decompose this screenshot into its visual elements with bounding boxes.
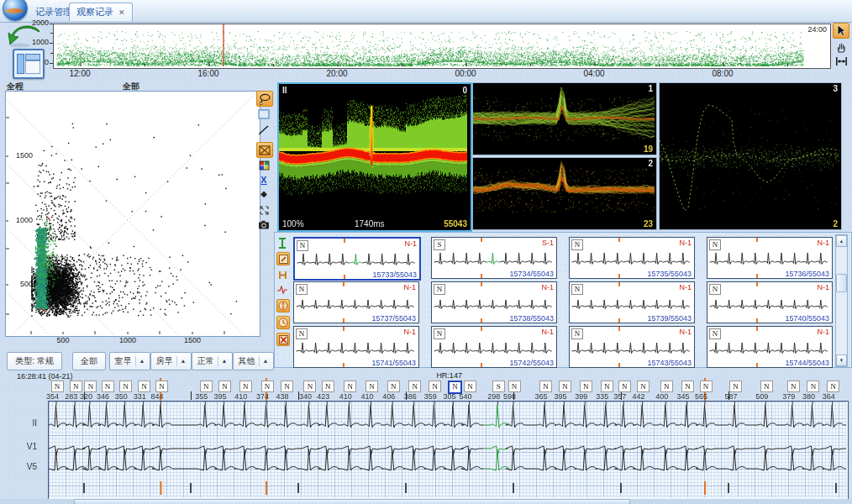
filter-other-button[interactable]: 其他▲ [233,352,274,370]
template-mini-ecg [434,249,553,269]
sort-arrow-icon[interactable]: ▲ [218,356,228,366]
beat-label[interactable]: N [700,381,713,392]
filter-all-button[interactable]: 全部 [72,352,106,370]
beat-label[interactable]: N [366,381,378,392]
diamond-marker-tool[interactable]: ◆ [256,186,271,201]
beat-label[interactable]: N [281,381,293,392]
template-cell[interactable]: NN-115743/55043 [569,326,695,368]
hscrollbar-thumb[interactable] [74,499,630,504]
rr-value: 386 [404,392,417,401]
horizontal-range-tool[interactable] [834,54,849,68]
color-map-tool[interactable] [256,158,271,172]
overlay-panel-2[interactable]: 2 23 [472,157,657,230]
beat-label[interactable]: N [580,381,592,392]
template-cell[interactable]: NN-115737/55043 [293,281,419,323]
beat-label[interactable]: N [51,381,64,392]
tab-observe-record[interactable]: 观察记录✕ [69,3,133,21]
type-mode-button[interactable]: 类型: 常规 [7,352,62,370]
beat-label[interactable]: N [787,381,800,392]
beat-label[interactable]: N [239,381,252,392]
sort-arrow-icon[interactable]: ▲ [135,356,145,366]
sync-tick-top [343,327,344,331]
sync-tick-top [481,327,482,331]
horizontal-scrollbar[interactable] [0,499,852,504]
beat-label[interactable]: N [119,381,132,392]
cursor-arrow-icon [835,24,847,37]
template-cell[interactable]: NN-115736/55043 [707,237,833,279]
template-cell[interactable]: NN-115735/55043 [569,237,695,279]
rect-select-tool[interactable] [256,107,271,121]
beat-label[interactable]: N [70,381,82,392]
beat-label[interactable]: N [344,381,356,392]
beat-label[interactable]: N [637,381,650,392]
template-cell[interactable]: NN-115740/55043 [707,281,833,323]
template-grid: NN-115733/55043SS-115734/55043NN-115735/… [275,233,851,367]
ecg-strip[interactable] [48,401,849,500]
h-resize-icon [835,56,848,66]
beat-label[interactable]: N [429,381,441,392]
beat-density-panel[interactable]: II 0 100% 1740ms 55043 [277,82,472,232]
beat-counter: 15737/55043 [371,314,416,323]
expand-view-tool[interactable] [256,203,271,218]
filter-normal-button[interactable]: 正常▲ [192,352,233,370]
density-lead-label: II [282,86,287,95]
delete-region-tool[interactable] [256,142,273,158]
sort-arrow-icon[interactable]: ▲ [259,356,269,366]
beat-label[interactable]: N [508,381,521,392]
scroll-up-button[interactable]: ▲ [836,235,847,247]
select-cursor-tool[interactable] [833,23,849,39]
beat-label[interactable]: N [138,381,150,392]
template-cell[interactable]: NN-115744/55043 [707,326,833,368]
lasso-tool[interactable] [256,91,273,107]
beat-label[interactable]: N [102,381,114,392]
sort-arrow-icon[interactable]: ▲ [176,356,187,366]
beat-label[interactable]: N [200,381,213,392]
filter-pvc-button[interactable]: 室早▲ [109,352,150,370]
template-cell[interactable]: NN-115742/55043 [431,326,557,368]
beat-label[interactable]: N [760,381,773,392]
pan-hand-tool[interactable] [834,39,849,54]
beat-label[interactable]: N [155,381,168,392]
overlay-panel-3[interactable]: 3 2 [659,82,842,230]
beat-label[interactable]: N [681,381,694,392]
beat-label[interactable]: N [84,381,97,392]
beat-label[interactable]: N [827,381,839,392]
beat-label[interactable]: N [618,381,631,392]
template-cell[interactable]: NN-115733/55043 [293,237,421,281]
beat-label[interactable]: N [322,381,334,392]
line-tool[interactable] [256,123,271,137]
beat-label[interactable]: N [729,381,742,392]
tab-close-icon[interactable]: ✕ [118,8,125,17]
template-mini-ecg [571,338,691,358]
beat-label[interactable]: N [387,381,400,392]
template-cell[interactable]: NN-115739/55043 [569,281,695,323]
beat-label[interactable]: S [492,381,505,392]
beat-label[interactable]: N [601,381,613,392]
sync-tick-top [756,238,758,242]
beat-label[interactable]: N [408,381,421,392]
beat-label[interactable]: N [807,381,819,392]
beat-label[interactable]: N [559,381,571,392]
template-cell[interactable]: SS-115734/55043 [431,237,557,279]
poincare-plot[interactable]: 1500 1000 500 [5,91,260,337]
rr-value: 365 [535,392,548,401]
beat-label[interactable]: N [303,381,316,392]
overlay-panel-1[interactable]: 1 19 [472,82,657,155]
template-cell[interactable]: NN-115738/55043 [431,281,557,323]
scroll-down-button[interactable]: ▼ [836,354,847,366]
beat-label[interactable]: N [218,381,231,392]
beat-label[interactable]: N [539,381,552,392]
filter-pac-button[interactable]: 房早▲ [150,352,192,370]
template-mini-ecg [571,293,691,313]
beat-label[interactable]: N [464,381,476,392]
beat-label[interactable]: N [261,381,274,392]
template-cell[interactable]: NN-115741/55043 [293,326,419,368]
rr-trend-chart[interactable]: 24:00 [53,24,831,69]
rr-value: 350 [115,392,128,401]
template-scrollbar[interactable]: ▲ ▼ [835,234,848,367]
delete-x-tool[interactable]: X [256,173,271,187]
rr-value: 410 [339,392,352,401]
scrollbar-thumb[interactable] [836,274,847,292]
beat-label[interactable]: N [660,381,673,392]
snapshot-tool[interactable] [256,218,271,232]
